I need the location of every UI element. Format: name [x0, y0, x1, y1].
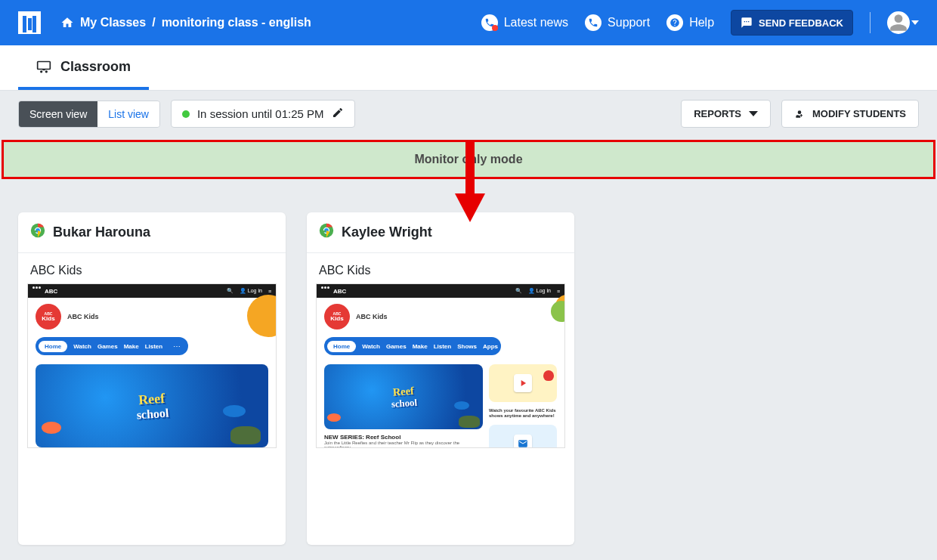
monitor-only-banner: Monitor only mode — [2, 140, 935, 179]
avatar-icon — [887, 11, 910, 34]
divider — [870, 12, 871, 33]
chevron-down-icon — [911, 20, 919, 25]
top-header: My Classes / monitoring class - english … — [0, 0, 937, 45]
support-label: Support — [608, 16, 650, 29]
chevron-down-icon — [749, 111, 758, 116]
site-brand: ABC — [333, 288, 346, 295]
svg-rect-0 — [38, 61, 51, 69]
svg-point-1 — [40, 70, 42, 73]
help-label: Help — [689, 16, 714, 29]
screenshot-thumbnail[interactable]: ABC 🔍 👤 Log in ≡ ABCKids ABC Kids — [27, 283, 277, 448]
reports-button[interactable]: REPORTS — [681, 100, 771, 128]
breadcrumb-page[interactable]: monitoring class - english — [162, 16, 311, 29]
help-icon — [666, 14, 683, 31]
user-menu[interactable] — [887, 11, 919, 34]
banner-text: Monitor only mode — [414, 153, 522, 166]
classroom-icon — [36, 60, 51, 74]
modify-students-label: MODIFY STUDENTS — [812, 108, 906, 119]
toolbar: Screen view List view In session until 0… — [0, 91, 937, 137]
home-icon[interactable] — [60, 16, 74, 29]
app-logo[interactable] — [18, 11, 41, 34]
modify-students-button[interactable]: MODIFY STUDENTS — [781, 100, 919, 128]
notification-dot — [492, 25, 498, 31]
active-tab-label: ABC Kids — [307, 253, 574, 283]
student-card[interactable]: Bukar Harouna ABC Kids ABC 🔍 👤 Log in ≡ — [18, 212, 286, 545]
status-dot-icon — [182, 110, 190, 118]
latest-news-link[interactable]: Latest news — [481, 14, 568, 31]
reports-label: REPORTS — [694, 108, 741, 119]
active-tab-label: ABC Kids — [18, 253, 286, 283]
send-feedback-label: SEND FEEDBACK — [759, 17, 843, 29]
help-link[interactable]: Help — [666, 14, 714, 31]
subheader: Classroom — [0, 45, 937, 91]
screenshot-thumbnail[interactable]: ABC 🔍 👤 Log in ≡ ABCKids ABC — [316, 283, 565, 448]
breadcrumb-sep: / — [152, 16, 155, 29]
latest-news-label: Latest news — [504, 16, 568, 29]
list-view-button[interactable]: List view — [97, 101, 159, 127]
chrome-icon — [319, 223, 334, 242]
phone-icon — [585, 14, 601, 31]
edit-icon[interactable] — [332, 107, 344, 121]
student-grid: Bukar Harouna ABC Kids ABC 🔍 👤 Log in ≡ — [0, 179, 937, 560]
svg-point-2 — [45, 70, 48, 73]
student-name: Bukar Harouna — [53, 224, 150, 240]
tab-label: Classroom — [60, 59, 131, 75]
phone-icon — [481, 14, 498, 31]
student-name: Kaylee Wright — [342, 224, 432, 240]
site-brand: ABC — [45, 288, 57, 295]
screen-view-button[interactable]: Screen view — [19, 101, 97, 127]
breadcrumb: My Classes / monitoring class - english — [60, 16, 311, 29]
svg-rect-3 — [42, 69, 45, 70]
support-link[interactable]: Support — [585, 14, 650, 31]
chrome-icon — [30, 223, 45, 242]
send-feedback-button[interactable]: SEND FEEDBACK — [731, 10, 853, 36]
session-status[interactable]: In session until 01:25 PM — [171, 100, 355, 128]
tab-classroom[interactable]: Classroom — [18, 45, 149, 90]
breadcrumb-root[interactable]: My Classes — [80, 16, 146, 29]
student-card[interactable]: Kaylee Wright ABC Kids ABC 🔍 👤 Log in ≡ — [307, 212, 574, 545]
view-toggle: Screen view List view — [18, 101, 160, 128]
session-label: In session until 01:25 PM — [197, 107, 324, 120]
